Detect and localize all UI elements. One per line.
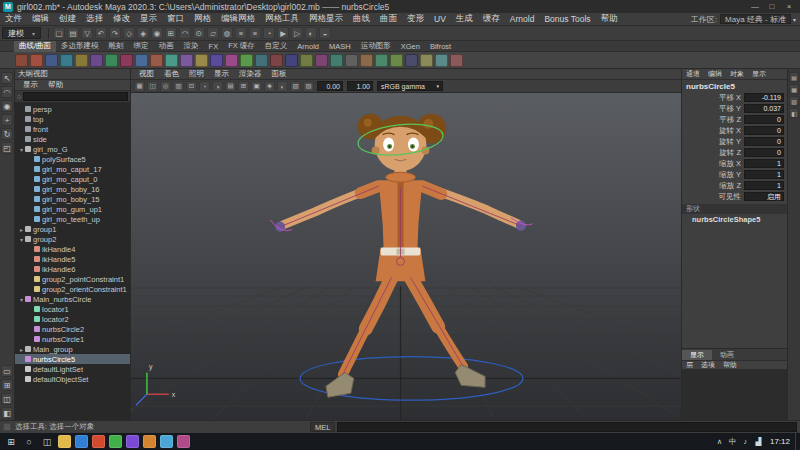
outliner-item[interactable]: nurbsCircle2 [15,324,130,334]
channel-attribute-row[interactable]: 平移 Z 0 [682,114,787,125]
channel-box-object-name[interactable]: nurbsCircle5 [682,80,787,92]
task-view-button[interactable]: ◫ [38,433,56,450]
channel-attribute-row[interactable]: 旋转 Y 0 [682,136,787,147]
layer-editor-menu-item[interactable]: 选项 [697,360,719,370]
outliner-item[interactable]: girl_mo_caput_17 [15,164,130,174]
outliner-item[interactable]: group2_pointConstraint1 [15,274,130,284]
outliner-item[interactable]: ikHandle4 [15,244,130,254]
shelf-tab[interactable]: FX 缓存 [223,41,260,52]
shelf-tab[interactable]: 绑定 [129,41,154,52]
shelf-tab[interactable]: 自定义 [260,41,293,52]
layout-outliner-persp-button[interactable]: ◧ [1,407,13,419]
shelf-tool-icon[interactable] [45,54,58,67]
outliner-item[interactable]: ▸ group1 [15,224,130,234]
menu-item[interactable]: Arnold [505,14,540,24]
outliner-item[interactable]: nurbsCircle1 [15,334,130,344]
menu-item[interactable]: 网格显示 [304,13,348,25]
shelf-tool-icon[interactable] [225,54,238,67]
snap-plane-icon[interactable]: ▱ [207,27,219,39]
outliner-item[interactable]: top [15,114,130,124]
shelf-tab[interactable]: 多边形建模 [56,41,104,52]
gamma-field[interactable]: 1.00 [347,81,373,91]
outliner-item[interactable]: defaultLightSet [15,364,130,374]
outliner-item[interactable]: ▸ Main_group [15,344,130,354]
channel-value-field[interactable]: 0 [744,137,784,146]
expand-arrow-icon[interactable]: ▸ [18,226,25,233]
channel-value-field[interactable]: 启用 [744,192,784,201]
select-tool-icon[interactable]: ↖ [1,72,13,84]
taskbar-app-icon[interactable] [143,435,156,448]
expand-arrow-icon[interactable]: ▾ [18,236,25,243]
shelf-tool-icon[interactable] [405,54,418,67]
shelf-tab[interactable]: Bifrost [425,41,456,52]
outliner-item[interactable]: girl_mo_gum_up1 [15,204,130,214]
channel-attribute-row[interactable]: 平移 X -0.119 [682,92,787,103]
taskbar-app-icon[interactable] [92,435,105,448]
shelf-tool-icon[interactable] [330,54,343,67]
menu-item[interactable]: 显示 [135,13,162,25]
menu-item[interactable]: 创建 [54,13,81,25]
shelf-tool-icon[interactable] [120,54,133,67]
outliner-item[interactable]: girl_mo_boby_15 [15,194,130,204]
shelf-tool-icon[interactable] [90,54,103,67]
ipr-render-icon[interactable]: ◐ [305,27,317,39]
menu-item[interactable]: 网格工具 [260,13,304,25]
menu-item[interactable]: Bonus Tools [539,14,595,24]
channel-value-field[interactable]: 0 [744,148,784,157]
shelf-tab[interactable]: 运动图形 [356,41,396,52]
outliner-filter-input[interactable] [23,92,128,101]
shelf-tool-icon[interactable] [165,54,178,67]
channel-attribute-row[interactable]: 可见性 启用 [682,191,787,202]
shelf-tab[interactable]: 渲染 [179,41,204,52]
camera-attributes-icon[interactable]: ◎ [160,81,171,92]
layer-editor-menu-item[interactable]: 帮助 [719,360,741,370]
output-connections-icon[interactable]: ≡ [249,27,261,39]
input-connections-icon[interactable]: ≡ [235,27,247,39]
render-current-frame-icon[interactable]: ▷ [291,27,303,39]
menu-item[interactable]: 文件 [0,13,27,25]
outliner-item[interactable]: ikHandle5 [15,254,130,264]
menu-item[interactable]: 编辑网格 [216,13,260,25]
select-mode-object-icon[interactable]: ◈ [137,27,149,39]
render-settings-icon[interactable]: ◒ [319,27,331,39]
oversampling-icon[interactable]: ◑ [212,81,223,92]
outliner-item[interactable]: girl_mo_caput_0 [15,174,130,184]
resolution-gate-icon[interactable]: ◈ [264,81,275,92]
gate-mask-icon[interactable]: ◐ [277,81,288,92]
construction-history-icon[interactable]: ◔ [263,27,275,39]
viewport-menu-item[interactable]: 照明 [184,69,209,79]
workspace-selector[interactable]: 工作区: Maya 经典 - 标准 ▾ [691,14,800,25]
modeling-toolkit-toggle-icon[interactable]: ◧ [789,108,799,118]
image-plane-icon[interactable]: ⊡ [186,81,197,92]
menu-item[interactable]: 变形 [402,13,429,25]
outliner-item[interactable]: persp [15,104,130,114]
paint-select-tool-icon[interactable]: ◉ [1,100,13,112]
shelf-tool-icon[interactable] [435,54,448,67]
shelf-tool-icon[interactable] [15,54,28,67]
grease-pencil-icon[interactable]: ▤ [225,81,236,92]
shelf-tab[interactable]: Arnold [292,41,324,52]
snap-point-icon[interactable]: ⊙ [193,27,205,39]
shelf-tool-icon[interactable] [315,54,328,67]
outliner-menu-item[interactable]: 显示 [18,80,43,90]
shelf-tool-icon[interactable] [30,54,43,67]
menu-item[interactable]: 编辑 [27,13,54,25]
shelf-tab[interactable]: XGen [396,41,425,52]
select-camera-icon[interactable]: ▦ [134,81,145,92]
shelf-tool-icon[interactable] [60,54,73,67]
maximize-button[interactable]: □ [764,1,780,12]
menu-item[interactable]: 窗口 [162,13,189,25]
taskbar-app-icon[interactable] [126,435,139,448]
channel-attribute-row[interactable]: 旋转 X 0 [682,125,787,136]
outliner-item[interactable]: front [15,124,130,134]
shelf-tool-icon[interactable] [375,54,388,67]
make-live-icon[interactable]: ◍ [221,27,233,39]
outliner-item[interactable]: defaultObjectSet [15,374,130,384]
pan-zoom-icon[interactable]: ◔ [199,81,210,92]
shelf-tab[interactable]: 曲线/曲面 [14,41,56,52]
taskbar-app-icon[interactable] [109,435,122,448]
start-button[interactable]: ⊞ [2,433,20,450]
channel-attribute-row[interactable]: 旋转 Z 0 [682,147,787,158]
attribute-editor-toggle-icon[interactable]: ▤ [789,72,799,82]
outliner-menu-item[interactable]: 帮助 [43,80,68,90]
